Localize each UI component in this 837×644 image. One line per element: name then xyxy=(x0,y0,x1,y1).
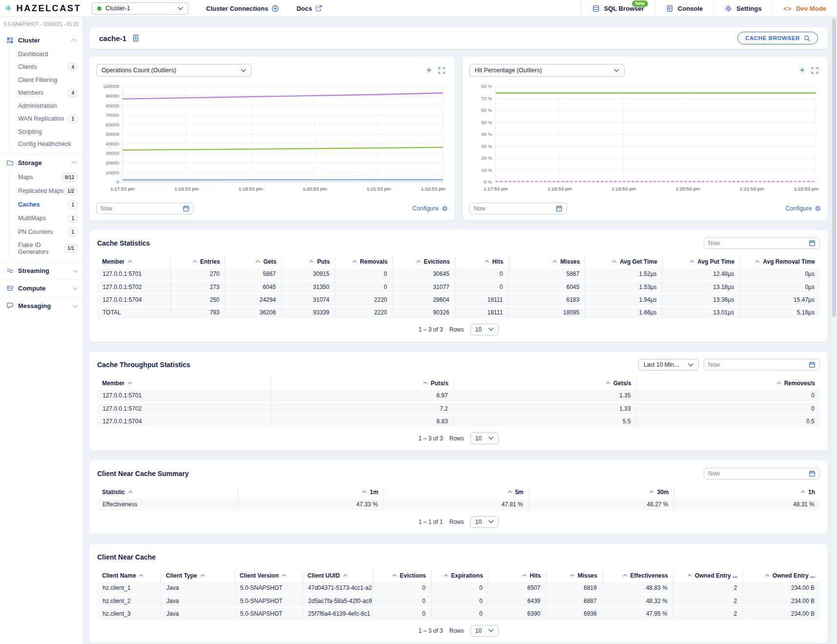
column-header-effectiveness[interactable]: Effectiveness xyxy=(602,570,673,582)
column-label: Client Version xyxy=(240,572,279,579)
console-button[interactable]: Console xyxy=(655,0,713,17)
sidebar-item-administration[interactable]: Administration xyxy=(10,100,83,112)
add-chart-icon[interactable]: + xyxy=(799,67,805,74)
sidebar-section-header-messaging[interactable]: Messaging xyxy=(0,299,83,313)
column-header-1h[interactable]: 1h xyxy=(674,486,820,499)
column-header-misses[interactable]: Misses xyxy=(508,256,585,268)
column-header-gets-s[interactable]: Gets/s xyxy=(454,377,636,390)
scrollbar-thumb[interactable] xyxy=(832,18,836,317)
sidebar-item-dashboard[interactable]: Dashboard xyxy=(10,48,83,60)
column-header-statistic[interactable]: Statistic xyxy=(97,486,238,499)
page-size-select[interactable]: 10 xyxy=(470,433,499,444)
scrollbar[interactable] xyxy=(831,17,837,644)
copy-config-icon[interactable] xyxy=(132,34,140,42)
console-icon xyxy=(666,5,673,12)
sidebar-item-scripting[interactable]: Scripting xyxy=(10,125,83,138)
cluster-select[interactable]: Cluster-1 xyxy=(92,2,188,15)
folder-icon xyxy=(6,159,14,166)
column-header-misses[interactable]: Misses xyxy=(546,570,602,582)
table-cell: 6439 xyxy=(488,595,546,607)
sidebar-item-members[interactable]: Members4 xyxy=(10,86,83,100)
settings-button[interactable]: Settings xyxy=(713,0,772,17)
column-header-entries[interactable]: Entries xyxy=(171,256,225,268)
calendar-icon xyxy=(183,205,189,212)
time-travel-input[interactable]: Now xyxy=(704,237,820,249)
sidebar-item-flake-id-generators[interactable]: Flake ID Generators1/1 xyxy=(10,239,83,258)
sidebar-item-pn-counters[interactable]: PN Counters1 xyxy=(10,225,83,239)
column-header-avg-get-time[interactable]: Avg Get Time xyxy=(585,256,662,268)
sidebar-item-replicated-maps[interactable]: Replicated Maps1/2 xyxy=(10,184,83,198)
interval-select[interactable]: Last 10 Min... xyxy=(638,359,699,371)
sidebar-item-wan-replication[interactable]: WAN Replication1 xyxy=(10,112,83,125)
column-header-1m[interactable]: 1m xyxy=(238,486,383,499)
column-header-member[interactable]: Member xyxy=(97,256,171,268)
column-header-30m[interactable]: 30m xyxy=(529,486,674,499)
dev-mode-button[interactable]: <> Dev Mode xyxy=(772,0,837,17)
table-cell: 31350 xyxy=(281,281,335,293)
column-header-hits[interactable]: Hits xyxy=(488,570,546,582)
add-chart-icon[interactable]: + xyxy=(426,67,432,74)
configure-link[interactable]: Configure ⚙ xyxy=(412,205,448,212)
fullscreen-icon[interactable] xyxy=(811,67,818,74)
time-travel-input[interactable]: Now xyxy=(704,359,820,371)
line-chart: 1000009000080000700006000050000400003000… xyxy=(97,83,447,199)
sql-browser-button[interactable]: SQL Browser New xyxy=(581,0,655,17)
table-cell: 13.36µs xyxy=(662,293,739,306)
sidebar-item-label: Administration xyxy=(18,103,57,109)
sidebar-item-caches[interactable]: Caches1 xyxy=(10,198,83,211)
sidebar-item-config-healthcheck[interactable]: Config Healthcheck xyxy=(10,138,83,150)
cluster-connections-link[interactable]: Cluster Connections xyxy=(206,5,279,12)
svg-text:40000: 40000 xyxy=(105,141,119,146)
metric-select[interactable]: Operations Count (Outliers) xyxy=(96,64,251,77)
sort-chevron-icon xyxy=(444,574,448,578)
sidebar-item-client-filtering[interactable]: Client Filtering xyxy=(10,74,83,86)
sidebar-item-multimaps[interactable]: MultiMaps1 xyxy=(10,211,83,225)
sidebar-section-header-compute[interactable]: Compute xyxy=(0,281,83,295)
column-header-client-uuid[interactable]: Client UUID xyxy=(302,570,373,582)
metric-select[interactable]: Hit Percentage (Outliers) xyxy=(469,64,625,77)
time-travel-input[interactable]: Now xyxy=(96,203,194,214)
column-header-client-name[interactable]: Client Name xyxy=(97,570,161,582)
column-header-puts-s[interactable]: Puts/s xyxy=(271,377,453,390)
sidebar-item-clients[interactable]: Clients4 xyxy=(10,60,83,74)
column-header-avg-put-time[interactable]: Avg Put Time xyxy=(662,256,739,268)
cache-browser-button[interactable]: CACHE BROWSER xyxy=(737,32,818,44)
table-cell: 234.00 B xyxy=(743,582,820,595)
column-label: 1m xyxy=(370,489,378,496)
page-size-select[interactable]: 10 xyxy=(470,625,499,637)
column-header-client-version[interactable]: Client Version xyxy=(234,570,302,582)
column-header-avg-removal-time[interactable]: Avg Removal Time xyxy=(740,256,820,268)
table-cell: 13.01µs xyxy=(662,306,739,319)
column-header-gets[interactable]: Gets xyxy=(225,256,281,268)
column-header-client-type[interactable]: Client Type xyxy=(161,570,234,582)
column-header-member[interactable]: Member xyxy=(97,377,271,390)
sidebar-section-header-cluster[interactable]: Cluster xyxy=(0,33,83,47)
column-header-puts[interactable]: Puts xyxy=(281,256,335,268)
column-header-removals[interactable]: Removals xyxy=(335,256,393,268)
docs-link[interactable]: Docs xyxy=(296,5,322,12)
svg-text:0 %: 0 % xyxy=(484,179,492,185)
column-header-evictions[interactable]: Evictions xyxy=(373,570,431,582)
time-travel-input[interactable]: Now xyxy=(704,468,820,479)
time-travel-input[interactable]: Now xyxy=(469,203,567,214)
sidebar-item-maps[interactable]: Maps9/12 xyxy=(10,170,83,184)
page-size-select[interactable]: 10 xyxy=(470,324,499,335)
column-header-expirations[interactable]: Expirations xyxy=(431,570,488,582)
column-header-5m[interactable]: 5m xyxy=(383,486,528,499)
column-header-evictions[interactable]: Evictions xyxy=(393,256,455,268)
sidebar-section-header-storage[interactable]: Storage xyxy=(0,156,83,170)
fullscreen-icon[interactable] xyxy=(438,67,445,74)
column-label: Client Name xyxy=(102,572,136,579)
column-header-removes-s[interactable]: Removes/s xyxy=(636,377,820,390)
column-header-owned-entry[interactable]: Owned Entry ... xyxy=(743,570,820,582)
table-cell: 2220 xyxy=(335,306,393,319)
sidebar-section-header-streaming[interactable]: Streaming xyxy=(0,264,83,278)
column-label: Expirations xyxy=(451,572,483,579)
column-header-hits[interactable]: Hits xyxy=(455,256,509,268)
count-badge: 1/1 xyxy=(64,244,78,252)
page-size-select[interactable]: 10 xyxy=(470,516,499,528)
table-cell: 48.83 % xyxy=(602,582,673,595)
configure-link[interactable]: Configure ⚙ xyxy=(785,205,821,212)
table-row: Effectiveness47.33 %47.81 %48.27 %48.31 … xyxy=(97,499,820,511)
column-header-owned-entry[interactable]: Owned Entry ... xyxy=(673,570,742,582)
